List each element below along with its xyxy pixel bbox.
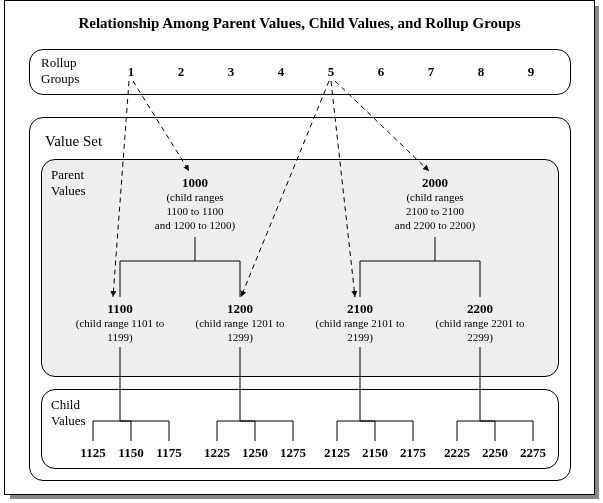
- parent-2200: 2200: [450, 301, 510, 317]
- rollup-2: 2: [171, 64, 191, 80]
- parent-1000: 1000: [165, 175, 225, 191]
- child-2275: 2275: [513, 445, 553, 461]
- child-1275: 1275: [273, 445, 313, 461]
- rollup-7: 7: [421, 64, 441, 80]
- parent-1200: 1200: [210, 301, 270, 317]
- child-1225: 1225: [197, 445, 237, 461]
- diagram-page: Relationship Among Parent Values, Child …: [0, 0, 603, 503]
- parent-1100: 1100: [90, 301, 150, 317]
- parent-1100-range: (child range 1101 to 1199): [75, 317, 165, 345]
- child-1250: 1250: [235, 445, 275, 461]
- rollup-5: 5: [321, 64, 341, 80]
- child-2250: 2250: [475, 445, 515, 461]
- child-2150: 2150: [355, 445, 395, 461]
- parent-values-label: Parent Values: [51, 167, 86, 199]
- parent-2000-range: (child ranges 2100 to 2100 and 2200 to 2…: [385, 191, 485, 232]
- rollup-3: 3: [221, 64, 241, 80]
- parent-2000: 2000: [405, 175, 465, 191]
- child-1175: 1175: [149, 445, 189, 461]
- rollup-9: 9: [521, 64, 541, 80]
- child-1125: 1125: [73, 445, 113, 461]
- parent-2100: 2100: [330, 301, 390, 317]
- rollup-1: 1: [121, 64, 141, 80]
- child-2175: 2175: [393, 445, 433, 461]
- diagram-title: Relationship Among Parent Values, Child …: [5, 15, 594, 32]
- rollup-groups-label: Rollup Groups: [41, 55, 79, 87]
- value-set-label: Value Set: [45, 133, 102, 150]
- rollup-8: 8: [471, 64, 491, 80]
- diagram-sheet: Relationship Among Parent Values, Child …: [4, 0, 595, 495]
- parent-2100-range: (child range 2101 to 2199): [315, 317, 405, 345]
- parent-2200-range: (child range 2201 to 2299): [435, 317, 525, 345]
- rollup-4: 4: [271, 64, 291, 80]
- child-2225: 2225: [437, 445, 477, 461]
- parent-1000-range: (child ranges 1100 to 1100 and 1200 to 1…: [145, 191, 245, 232]
- parent-1200-range: (child range 1201 to 1299): [195, 317, 285, 345]
- rollup-6: 6: [371, 64, 391, 80]
- child-1150: 1150: [111, 445, 151, 461]
- child-values-label: Child Values: [51, 397, 86, 429]
- child-2125: 2125: [317, 445, 357, 461]
